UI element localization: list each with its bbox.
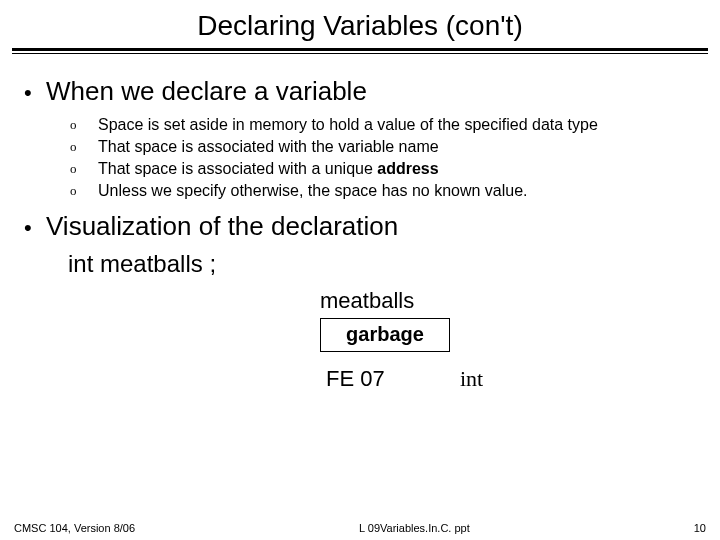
slide-body: • When we declare a variable oSpace is s… [0,54,720,428]
slide-title: Declaring Variables (con't) [0,0,720,48]
bullet-2-text: Visualization of the declaration [46,211,398,242]
footer: CMSC 104, Version 8/06 L 09Variables.In.… [0,522,720,534]
slide: Declaring Variables (con't) • When we de… [0,0,720,540]
bullet-1-text: When we declare a variable [46,76,367,107]
sub-text: Unless we specify otherwise, the space h… [98,181,528,201]
code-line: int meatballs ; [68,250,696,278]
sublist-1: oSpace is set aside in memory to hold a … [70,115,696,201]
title-rule-thick [12,48,708,51]
sub-item: oSpace is set aside in memory to hold a … [70,115,696,135]
sub-mark-icon: o [70,115,98,135]
type-label: int [460,366,483,392]
sub-mark-icon: o [70,181,98,201]
sub-text: That space is associated with a unique a… [98,159,439,179]
bullet-1: • When we declare a variable [24,76,696,107]
sub-mark-icon: o [70,137,98,157]
sub-item: oThat space is associated with a unique … [70,159,696,179]
sub-item: oUnless we specify otherwise, the space … [70,181,696,201]
bullet-dot-icon: • [24,76,46,104]
sub-item: oThat space is associated with the varia… [70,137,696,157]
declaration-visualization: meatballs garbage FE 07 int [24,288,696,428]
var-name-label: meatballs [320,288,414,314]
footer-left: CMSC 104, Version 8/06 [14,522,135,534]
sub-text: That space is associated with the variab… [98,137,439,157]
address-label: FE 07 [326,366,385,392]
bullet-dot-icon: • [24,211,46,239]
footer-center: L 09Variables.In.C. ppt [135,522,694,534]
footer-right: 10 [694,522,706,534]
sub-text: Space is set aside in memory to hold a v… [98,115,598,135]
memory-box: garbage [320,318,450,352]
sub-mark-icon: o [70,159,98,179]
bullet-2: • Visualization of the declaration [24,211,696,242]
